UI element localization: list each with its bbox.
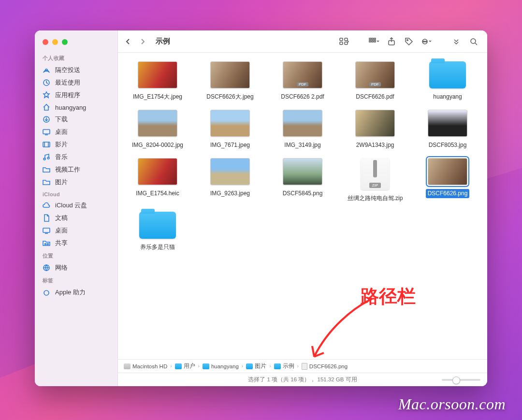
file-item[interactable]: IMG_8204-0002.jpg [123,110,192,149]
file-item[interactable]: IMG_E1754大.jpeg [123,61,192,101]
path-label: 示例 [283,362,294,370]
file-name: DSCF6626大.jpeg [204,92,255,101]
icon-size-slider[interactable] [442,379,480,381]
file-item[interactable]: IMG_E1754.heic [123,158,192,203]
file-item[interactable]: IMG_3149.jpg [268,110,337,149]
path-segment[interactable]: 示例 [273,362,295,370]
sidebar-section-label: iCloud [35,188,117,199]
pdf-thumbnail [355,61,395,88]
svg-rect-20 [369,38,371,40]
path-segment[interactable]: 图片 [245,362,267,370]
svg-rect-10 [43,228,50,232]
file-item[interactable]: DSCF6626大.jpeg [195,61,265,101]
folder-icon [429,61,466,88]
sidebar-item-隔空投送[interactable]: 隔空投送 [35,64,117,76]
image-thumbnail [210,110,250,137]
file-item[interactable]: 2W9A1343.jpg [340,110,410,149]
close-window-button[interactable] [43,39,48,45]
sidebar-item-桌面[interactable]: 桌面 [35,126,117,138]
path-segment[interactable]: DSCF6626.png [301,362,348,370]
path-disk-icon [124,363,130,369]
path-segment[interactable]: Macintosh HD [123,363,168,370]
file-item[interactable]: DSCF6626 2.pdf [268,61,337,101]
search-button[interactable] [467,36,480,47]
actions-button[interactable] [420,36,433,47]
file-item[interactable]: IMG_7671.jpeg [195,110,265,149]
file-content-area[interactable]: IMG_E1754大.jpegDSCF6626大.jpegDSCF6626 2.… [118,53,487,359]
sidebar-item-label: 图片 [55,178,68,187]
svg-point-9 [47,157,49,159]
path-label: DSCF6626.png [309,363,348,369]
tags-button[interactable] [402,36,416,47]
sidebar-item-label: iCloud 云盘 [55,201,87,210]
file-item[interactable]: DSCF8053.jpg [413,110,482,149]
sidebar-item-label: 下载 [55,115,68,124]
sidebar-item-label: 应用程序 [55,91,80,100]
sidebar-item-网络[interactable]: 网络 [35,261,117,274]
sidebar-item-影片[interactable]: 影片 [35,138,117,151]
sidebar-section-label: 位置 [35,249,117,261]
image-thumbnail [283,110,322,137]
svg-rect-24 [372,41,373,42]
path-separator: › [269,363,271,369]
main-pane: 示例 IMG_ [118,30,487,386]
file-item[interactable]: 养乐多是只猫 [123,212,192,251]
file-name: DSCF6626.png [426,189,470,198]
path-folder-icon [203,363,209,369]
status-text: 选择了 1 项（共 16 项）， 151.32 GB 可用 [248,376,357,383]
minimize-window-button[interactable] [52,39,58,45]
svg-point-30 [423,41,424,42]
svg-point-31 [426,41,427,42]
forward-button[interactable] [137,36,148,47]
file-name: 养乐多是只猫 [138,243,177,251]
svg-point-8 [44,158,45,160]
zoom-window-button[interactable] [62,39,68,45]
sidebar-item-iCloud 云盘[interactable]: iCloud 云盘 [35,199,117,212]
sidebar-item-视频工作[interactable]: 视频工作 [35,163,117,176]
share-button[interactable] [385,36,398,47]
path-folder-icon [274,363,281,369]
sidebar-item-应用程序[interactable]: 应用程序 [35,89,117,101]
file-name: DSCF6626 2.pdf [279,92,326,101]
view-icon-grid[interactable] [337,36,351,47]
sidebar-item-图片[interactable]: 图片 [35,176,117,188]
path-file-icon [302,363,307,370]
sidebar-item-Apple 助力[interactable]: Apple 助力 [35,286,117,299]
group-by-button[interactable] [367,36,381,47]
overflow-button[interactable] [450,36,463,47]
file-name: huangyang [431,92,464,101]
svg-rect-16 [340,38,343,41]
file-item[interactable]: IMG_9263.jpeg [195,158,265,203]
back-button[interactable] [123,36,133,47]
file-item[interactable]: huangyang [413,61,482,101]
svg-point-13 [45,244,46,245]
sidebar-item-label: 隔空投送 [55,66,80,74]
sidebar-item-huangyang[interactable]: huangyang [35,101,117,113]
file-item[interactable]: DSCF6626.png [413,158,482,203]
file-item[interactable]: ZIP丝绸之路纯电自驾.zip [340,158,410,203]
sidebar-item-桌面[interactable]: 桌面 [35,224,117,237]
path-segment[interactable]: 用户 [174,362,196,370]
file-item[interactable]: DSCF5845.png [268,158,337,203]
path-label: 图片 [255,362,266,370]
sidebar-item-共享[interactable]: 共享 [35,237,117,249]
path-separator: › [198,363,200,369]
file-name: IMG_E1754大.jpeg [131,92,184,101]
sidebar-item-label: huangyang [55,104,86,111]
file-name: DSCF8053.jpg [427,141,469,149]
sidebar-item-最近使用[interactable]: 最近使用 [35,76,117,89]
sidebar-item-音乐[interactable]: 音乐 [35,151,117,163]
sidebar-item-label: Apple 助力 [55,288,86,297]
sidebar-item-下载[interactable]: 下载 [35,113,117,126]
path-bar[interactable]: Macintosh HD›用户›huangyang›图片›示例›DSCF6626… [118,359,487,373]
svg-rect-23 [369,41,371,42]
image-thumbnail [283,158,322,185]
sidebar-item-label: 文稿 [55,214,68,222]
path-segment[interactable]: huangyang [202,363,240,370]
sidebar-item-label: 共享 [55,239,68,247]
file-item[interactable]: DSCF6626.pdf [340,61,410,101]
svg-point-12 [47,244,49,245]
path-label: Macintosh HD [132,363,167,369]
svg-rect-19 [345,42,348,44]
sidebar-item-文稿[interactable]: 文稿 [35,212,117,224]
